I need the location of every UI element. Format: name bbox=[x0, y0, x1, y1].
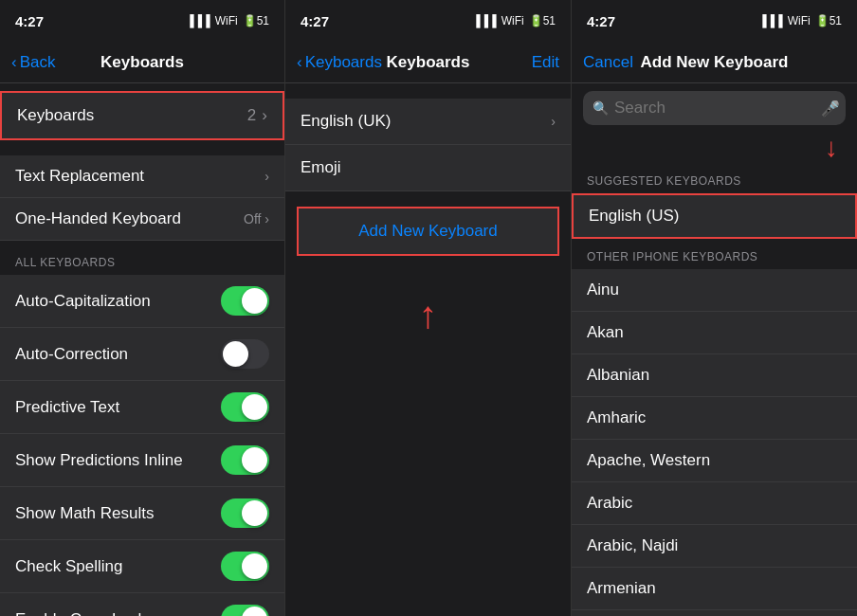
signal-icon-3: ▐▐▐ bbox=[758, 14, 783, 27]
all-keyboards-header: ALL KEYBOARDS bbox=[0, 241, 284, 275]
cancel-button-3[interactable]: Cancel bbox=[583, 53, 633, 72]
mic-icon-3[interactable]: 🎤 bbox=[821, 100, 840, 118]
back-button-2[interactable]: ‹ Keyboards bbox=[297, 53, 382, 72]
predictive-text-label: Predictive Text bbox=[15, 398, 119, 417]
signal-icon: ▐▐▐ bbox=[186, 14, 210, 27]
show-math-label: Show Math Results bbox=[15, 504, 154, 523]
keyboards-row[interactable]: Keyboards 2 › bbox=[0, 91, 284, 140]
toggle-rows: Auto-Capitalization Auto-Correction Pred… bbox=[0, 275, 284, 616]
lang-arabic[interactable]: Arabic bbox=[572, 482, 857, 525]
panel-3-scroll: SUGGESTED KEYBOARDS English (US) OTHER I… bbox=[572, 165, 857, 616]
up-arrow-icon: ↑ bbox=[419, 294, 438, 336]
signal-icon-2: ▐▐▐ bbox=[472, 14, 497, 27]
suggested-english-us-label: English (US) bbox=[589, 207, 679, 226]
auto-cap-label: Auto-Capitalization bbox=[15, 292, 151, 311]
auto-correct-row: Auto-Correction bbox=[0, 328, 284, 381]
text-replacement-label: Text Replacement bbox=[15, 167, 144, 186]
keyboards-chevron: › bbox=[262, 106, 267, 125]
auto-correct-toggle[interactable] bbox=[221, 339, 269, 369]
add-keyboard-label: Add New Keyboard bbox=[358, 222, 497, 241]
english-uk-row[interactable]: English (UK) › bbox=[285, 99, 571, 145]
enable-caps-label: Enable Caps Lock bbox=[15, 610, 146, 617]
status-bar-2: 4:27 ▐▐▐ WiFi 🔋51 bbox=[285, 0, 571, 42]
nav-title-2: Keyboards bbox=[387, 53, 470, 72]
chevron-back-icon-2: ‹ bbox=[297, 53, 302, 72]
panel-1-scroll: Keyboards 2 › Text Replacement › One-Han… bbox=[0, 83, 284, 616]
arrow-container: ↑ bbox=[285, 294, 571, 336]
auto-cap-toggle[interactable] bbox=[221, 286, 269, 316]
nav-bar-3: Cancel Add New Keyboard bbox=[572, 42, 857, 83]
lang-ainu[interactable]: Ainu bbox=[572, 269, 857, 312]
lang-akan[interactable]: Akan bbox=[572, 312, 857, 354]
search-icon-3: 🔍 bbox=[593, 100, 609, 116]
text-replacement-chevron: › bbox=[264, 169, 269, 184]
predictive-text-toggle[interactable] bbox=[221, 392, 269, 422]
status-time-3: 4:27 bbox=[587, 13, 615, 29]
check-spelling-row: Check Spelling bbox=[0, 540, 284, 593]
back-button-1[interactable]: ‹ Back bbox=[11, 53, 55, 72]
other-section-label: OTHER IPHONE KEYBOARDS bbox=[572, 241, 857, 269]
keyboards-count: 2 bbox=[247, 106, 256, 125]
nav-bar-1: ‹ Back Keyboards bbox=[0, 42, 284, 83]
keyboards-row-label: Keyboards bbox=[17, 106, 94, 125]
suggested-section-label: SUGGESTED KEYBOARDS bbox=[572, 165, 857, 193]
text-replacement-row[interactable]: Text Replacement › bbox=[0, 155, 284, 198]
show-math-row: Show Math Results bbox=[0, 487, 284, 540]
nav-title-3: Add New Keyboard bbox=[641, 53, 789, 72]
back-label-1: Back bbox=[20, 53, 56, 72]
lang-armenian[interactable]: Armenian bbox=[572, 568, 857, 610]
lang-amharic[interactable]: Amharic bbox=[572, 397, 857, 440]
add-keyboard-button[interactable]: Add New Keyboard bbox=[297, 207, 559, 256]
down-arrow-icon: ↓ bbox=[825, 133, 838, 163]
enable-caps-row: Enable Caps Lock bbox=[0, 593, 284, 616]
emoji-label: Emoji bbox=[301, 158, 341, 177]
chevron-back-icon: ‹ bbox=[11, 53, 17, 72]
panel-1: 4:27 ▐▐▐ WiFi 🔋51 ‹ Back Keyboards Keybo… bbox=[0, 0, 285, 616]
nav-bar-2: ‹ Keyboards Keyboards Edit bbox=[285, 42, 571, 83]
edit-button-2[interactable]: Edit bbox=[532, 53, 559, 72]
panel-2: 4:27 ▐▐▐ WiFi 🔋51 ‹ Keyboards Keyboards … bbox=[285, 0, 572, 616]
wifi-icon-3: WiFi bbox=[788, 14, 811, 27]
lang-arabic-najdi[interactable]: Arabic, Najdi bbox=[572, 525, 857, 568]
suggested-english-us-row[interactable]: English (US) bbox=[572, 193, 857, 239]
english-uk-label: English (UK) bbox=[301, 112, 391, 131]
search-bar-3[interactable]: 🔍 🎤 bbox=[583, 91, 846, 125]
show-math-toggle[interactable] bbox=[221, 498, 269, 528]
show-predictions-label: Show Predictions Inline bbox=[15, 451, 183, 470]
battery-icon: 🔋51 bbox=[243, 14, 269, 27]
check-spelling-toggle[interactable] bbox=[221, 552, 269, 581]
status-time-2: 4:27 bbox=[301, 13, 329, 29]
arrow-container-3: ↓ bbox=[572, 133, 857, 163]
status-icons-2: ▐▐▐ WiFi 🔋51 bbox=[472, 14, 556, 27]
status-bar-1: 4:27 ▐▐▐ WiFi 🔋51 bbox=[0, 0, 284, 42]
nav-title-1: Keyboards bbox=[100, 53, 184, 72]
show-predictions-toggle[interactable] bbox=[221, 445, 269, 475]
one-handed-keyboard-row[interactable]: One-Handed Keyboard Off › bbox=[0, 198, 284, 241]
wifi-icon: WiFi bbox=[215, 14, 238, 27]
english-uk-chevron: › bbox=[551, 114, 556, 129]
status-icons-3: ▐▐▐ WiFi 🔋51 bbox=[758, 14, 842, 27]
enable-caps-toggle[interactable] bbox=[221, 605, 269, 616]
battery-icon-3: 🔋51 bbox=[815, 14, 842, 27]
language-list: Ainu Akan Albanian Amharic Apache, Weste… bbox=[572, 269, 857, 616]
keyboards-row-right: 2 › bbox=[247, 106, 267, 125]
keyboard-list: English (UK) › Emoji bbox=[285, 99, 571, 191]
auto-correct-label: Auto-Correction bbox=[15, 345, 128, 364]
search-input-3[interactable] bbox=[614, 99, 815, 118]
emoji-row[interactable]: Emoji bbox=[285, 145, 571, 191]
panel-2-content: Add New Keyboard ↑ bbox=[285, 191, 571, 616]
battery-icon-2: 🔋51 bbox=[529, 14, 556, 27]
auto-cap-row: Auto-Capitalization bbox=[0, 275, 284, 328]
status-bar-3: 4:27 ▐▐▐ WiFi 🔋51 bbox=[572, 0, 857, 42]
back-label-2: Keyboards bbox=[305, 53, 382, 72]
lang-apache-western[interactable]: Apache, Western bbox=[572, 440, 857, 482]
misc-rows: Text Replacement › One-Handed Keyboard O… bbox=[0, 155, 284, 241]
status-time-1: 4:27 bbox=[15, 13, 44, 29]
lang-assamese[interactable]: Assamese bbox=[572, 610, 857, 616]
status-icons-1: ▐▐▐ WiFi 🔋51 bbox=[186, 14, 269, 27]
show-predictions-row: Show Predictions Inline bbox=[0, 434, 284, 487]
check-spelling-label: Check Spelling bbox=[15, 557, 122, 576]
predictive-text-row: Predictive Text bbox=[0, 381, 284, 434]
lang-albanian[interactable]: Albanian bbox=[572, 354, 857, 397]
panel-3: 4:27 ▐▐▐ WiFi 🔋51 Cancel Add New Keyboar… bbox=[572, 0, 857, 616]
